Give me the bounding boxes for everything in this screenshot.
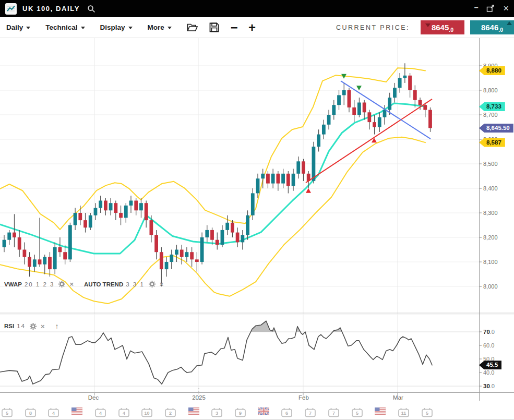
menu-label: More [148, 23, 164, 31]
zoom-out-button[interactable]: − [231, 22, 238, 33]
chart-toolbar: DailyTechnicalDisplayMore − + CURRENT PR… [0, 17, 514, 38]
price-chart-canvas[interactable] [0, 0, 514, 420]
search-icon[interactable] [87, 5, 95, 13]
rsi-settings-gear-icon[interactable] [30, 323, 37, 330]
rsi-indicator-label: RSI [4, 323, 14, 329]
menu-label: Daily [6, 23, 23, 31]
autotrend-indicator-params: 3 3 1 [126, 281, 145, 287]
price-up-arrow-icon [507, 21, 512, 25]
menu-label: Display [100, 23, 125, 31]
rsi-indicator-params: 14 [17, 323, 26, 329]
chevron-down-icon [128, 27, 133, 29]
menu-more[interactable]: More [148, 23, 172, 31]
vwap-settings-gear-icon[interactable] [58, 281, 65, 287]
chevron-down-icon [81, 27, 85, 29]
menu-display[interactable]: Display [100, 23, 133, 31]
buy-price-button[interactable]: 8646.0 [470, 20, 514, 34]
close-button[interactable]: × [503, 3, 509, 14]
overlay-indicator-row: VWAP 20 1 2 3 × AUTO TREND 3 3 1 × [4, 280, 168, 288]
rsi-remove-icon[interactable]: × [41, 322, 45, 330]
menu-technical[interactable]: Technical [45, 23, 85, 31]
minimize-button[interactable]: – [474, 3, 479, 11]
rsi-collapse-arrow-icon[interactable]: ↑ [55, 322, 59, 330]
vwap-indicator-label: VWAP [4, 281, 22, 287]
autotrend-remove-icon[interactable]: × [160, 280, 164, 288]
menu-label: Technical [45, 23, 77, 31]
autotrend-settings-gear-icon[interactable] [149, 281, 156, 287]
vwap-remove-icon[interactable]: × [69, 280, 74, 288]
sell-price-button[interactable]: 8645.0 [421, 20, 464, 34]
current-price-label: CURRENT PRICE: [336, 24, 410, 31]
menu-daily[interactable]: Daily [6, 23, 30, 31]
rsi-indicator-row: RSI 14 × ↑ [4, 322, 59, 330]
price-down-arrow-icon [425, 23, 431, 27]
zoom-in-button[interactable]: + [248, 22, 256, 33]
title-bar: UK 100, DAILY – × [0, 0, 514, 17]
vwap-indicator-params: 20 1 2 3 [25, 281, 55, 287]
chart-logo-icon [5, 3, 17, 15]
instrument-title: UK 100, DAILY [22, 5, 80, 13]
chevron-down-icon [26, 27, 30, 29]
chevron-down-icon [168, 27, 172, 29]
save-layout-icon[interactable] [209, 22, 219, 32]
open-layout-folder-icon[interactable] [187, 23, 198, 32]
popout-window-button[interactable] [486, 5, 495, 13]
autotrend-indicator-label: AUTO TREND [84, 281, 123, 287]
